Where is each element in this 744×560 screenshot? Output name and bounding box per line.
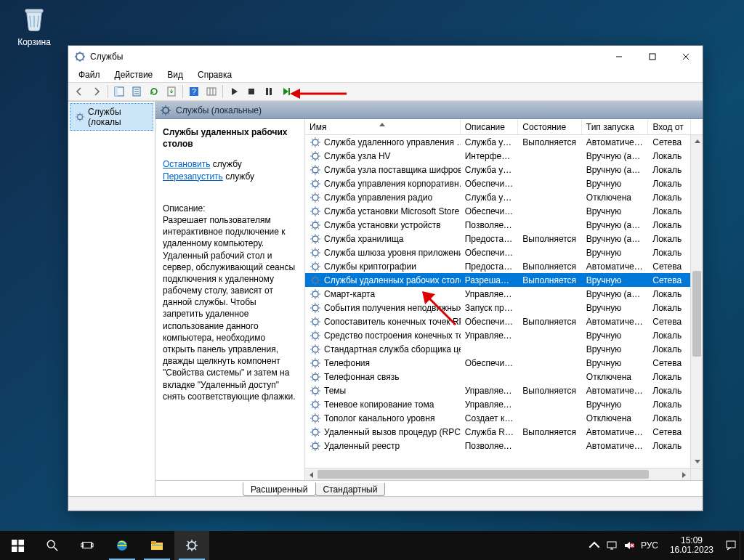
service-row[interactable]: Служба шлюза уровня приложенияОбеспечи…В… (305, 245, 690, 259)
toolbar-properties[interactable] (129, 84, 145, 100)
tab-standard[interactable]: Стандартный (315, 483, 386, 496)
toolbar-export[interactable] (163, 84, 179, 100)
toolbar-refresh[interactable] (146, 84, 162, 100)
start-button[interactable] (0, 531, 35, 560)
service-row[interactable]: Служба управления радиоСлужба уп…Отключе… (305, 190, 690, 204)
service-row[interactable]: Теневое копирование томаУправляет…Вручну… (305, 397, 690, 411)
system-tray[interactable]: РУС 15:09 16.01.2023 (586, 536, 740, 555)
service-row[interactable]: Тополог канального уровняСоздает ка…Откл… (305, 411, 690, 425)
service-row[interactable]: Смарт-картаУправляет…Вручную (ак…Локаль (305, 287, 690, 301)
view-tabs: Расширенный Стандартный (155, 480, 703, 496)
cell-description: Обеспечи… (461, 206, 519, 216)
service-row[interactable]: ТемыУправляет…ВыполняетсяАвтоматиче…Лока… (305, 384, 690, 397)
service-row[interactable]: Служба узла поставщика шифров…Служба уз…… (305, 163, 690, 176)
detail-service-name: Службы удаленных рабочих столов (163, 126, 297, 150)
service-row[interactable]: Службы криптографииПредостав…Выполняется… (305, 259, 690, 273)
scroll-left-icon[interactable] (305, 468, 318, 480)
horizontal-scrollbar[interactable] (305, 468, 690, 480)
service-row[interactable]: Служба удаленного управления …Служба уд…… (305, 135, 690, 149)
cell-logon: Локаль (648, 330, 690, 341)
volume-muted-icon[interactable] (623, 540, 635, 551)
svg-point-14 (78, 114, 83, 119)
taskbar-services[interactable] (174, 531, 209, 560)
col-state[interactable]: Состояние (518, 119, 582, 134)
toolbar-start-service[interactable] (226, 84, 242, 100)
tab-extended[interactable]: Расширенный (243, 482, 316, 496)
service-row[interactable]: Службы удаленных рабочих столовРазрешает… (305, 273, 690, 287)
svg-rect-44 (18, 546, 24, 552)
cell-logon: Локаль (648, 220, 690, 230)
taskbar-ie[interactable] (105, 531, 140, 560)
cell-logon: Локаль (648, 206, 690, 216)
service-row[interactable]: Служба установки устройствПозволяет…Вруч… (305, 218, 690, 232)
service-row[interactable]: Удаленный реестрПозволяет…Автоматиче…Лок… (305, 439, 690, 453)
toolbar-forward[interactable] (89, 84, 105, 100)
tray-clock[interactable]: 15:09 16.01.2023 (664, 536, 719, 555)
extended-view-split: Службы удаленных рабочих столов Останови… (155, 119, 703, 480)
service-row[interactable]: События получения неподвижных…Запуск пр…… (305, 301, 690, 315)
tree-item-services-local[interactable]: Службы (локалы (70, 103, 153, 131)
scroll-up-icon[interactable] (691, 135, 703, 147)
column-headers[interactable]: Имя Описание Состояние Тип запуска Вход … (305, 119, 703, 135)
tray-language[interactable]: РУС (641, 540, 658, 551)
service-row[interactable]: Телефонная связьОтключенаЛокаль (305, 370, 690, 384)
cell-description: Служба уд… (461, 137, 519, 147)
cell-startup: Вручную (ак… (582, 289, 649, 299)
maximize-button[interactable] (636, 46, 669, 68)
toolbar-show-hide-tree[interactable] (111, 84, 127, 100)
cell-state: Выполняется (518, 275, 582, 285)
show-desktop-button[interactable] (740, 531, 744, 560)
scroll-thumb[interactable] (318, 470, 649, 479)
col-description[interactable]: Описание (461, 119, 519, 134)
service-row[interactable]: Сопоставитель конечных точек RPCОбеспечи… (305, 315, 690, 328)
vertical-scrollbar[interactable] (690, 135, 703, 468)
menu-view[interactable]: Вид (161, 68, 189, 81)
windows-logo-icon (12, 540, 24, 552)
scroll-thumb[interactable] (692, 271, 701, 357)
taskbar-search[interactable] (35, 531, 70, 560)
menu-action[interactable]: Действие (109, 68, 159, 81)
recycle-bin[interactable]: Корзина (9, 3, 60, 47)
titlebar[interactable]: Службы (68, 46, 703, 68)
stop-service-link[interactable]: Остановить (163, 159, 211, 169)
service-row[interactable]: Служба хранилищаПредостав…ВыполняетсяВру… (305, 232, 690, 245)
taskbar[interactable]: РУС 15:09 16.01.2023 (0, 531, 744, 560)
scroll-right-icon[interactable] (678, 468, 690, 480)
minimize-button[interactable] (602, 46, 636, 68)
tray-overflow-icon[interactable] (589, 540, 600, 551)
scroll-down-icon[interactable] (691, 455, 703, 468)
svg-point-36 (312, 415, 318, 421)
action-center-icon[interactable] (725, 540, 737, 551)
toolbar-stop-service[interactable] (243, 84, 259, 100)
service-row[interactable]: Служба установки Microsoft StoreОбеспечи… (305, 204, 690, 218)
services-rows-viewport[interactable]: Служба удаленного управления …Служба уд…… (305, 135, 703, 480)
service-row[interactable]: Служба управления корпоративн…Обеспечи…В… (305, 176, 690, 190)
taskbar-explorer[interactable] (140, 531, 174, 560)
cell-startup: Автоматиче… (582, 386, 649, 396)
console-tree-pane[interactable]: Службы (локалы (68, 102, 155, 496)
col-logon[interactable]: Вход от (648, 119, 690, 134)
service-row[interactable]: ТелефонияОбеспечи…ВручнуюСетева (305, 356, 690, 370)
close-button[interactable] (669, 46, 703, 68)
toolbar-pause-service[interactable] (261, 84, 277, 100)
svg-rect-12 (270, 88, 272, 95)
menu-file[interactable]: Файл (73, 68, 106, 81)
cell-name: События получения неподвижных… (305, 302, 461, 314)
toolbar-columns[interactable] (203, 84, 219, 100)
service-row[interactable]: Средство построения конечных то…Управляе… (305, 328, 690, 342)
restart-service-link[interactable]: Перезапустить (163, 171, 223, 182)
service-row[interactable]: Удаленный вызов процедур (RPC)Служба R…В… (305, 425, 690, 439)
toolbar-help[interactable]: ? (186, 84, 202, 100)
cell-name: Служба шлюза уровня приложения (305, 247, 461, 259)
task-view-button[interactable] (70, 531, 105, 560)
menu-help[interactable]: Справка (192, 68, 238, 81)
toolbar-back[interactable] (71, 84, 87, 100)
col-startup[interactable]: Тип запуска (582, 119, 649, 134)
service-row[interactable]: Стандартная служба сборщика це…ВручнуюЛо… (305, 342, 690, 356)
service-row[interactable]: Служба узла HVИнтерфей…Вручную (ак…Локал… (305, 149, 690, 163)
col-name[interactable]: Имя (305, 119, 461, 134)
network-icon[interactable] (606, 540, 618, 551)
statusbar (68, 496, 703, 511)
right-pane: Службы (локальные) Службы удаленных рабо… (155, 102, 703, 496)
toolbar-restart-service[interactable] (278, 84, 294, 100)
